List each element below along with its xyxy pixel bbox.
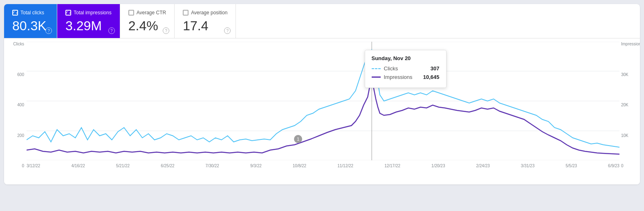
x-label-4: 7/30/22 — [206, 164, 219, 168]
y-label-left-200: 200 — [6, 133, 24, 138]
x-label-12: 5/5/23 — [565, 164, 577, 168]
x-label-1: 4/16/22 — [71, 164, 85, 168]
metric-label-average-ctr: Average CTR — [128, 10, 166, 16]
y-label-right-30k: 30K — [621, 72, 638, 77]
svg-point-6 — [370, 74, 374, 79]
checkbox-total-impressions[interactable]: ✓ — [65, 10, 71, 16]
y-axis-left-title: Clicks — [6, 42, 24, 46]
main-container: ✓ Total clicks 80.3K ? ✓ Total impressio… — [4, 4, 640, 184]
metric-value-average-position: 17.4 — [183, 19, 227, 33]
metric-label-total-impressions: ✓ Total impressions — [65, 10, 112, 16]
metric-label-total-clicks: ✓ Total clicks — [12, 10, 49, 16]
checkbox-average-ctr[interactable] — [128, 10, 134, 16]
annotation-marker[interactable]: 1 — [294, 135, 302, 143]
y-axis-right: Impressions 30K 20K 10K 0 — [619, 38, 640, 168]
chart-area: Clicks 600 400 200 0 Impressions 30K 20K… — [4, 38, 640, 184]
x-label-6: 10/8/22 — [293, 164, 306, 168]
chart-svg: Sunday, Nov 20 Clicks 307 Impressions 10… — [27, 42, 619, 160]
metric-tile-total-clicks[interactable]: ✓ Total clicks 80.3K ? — [4, 4, 57, 38]
metric-value-average-ctr: 2.4% — [128, 19, 166, 33]
metric-value-total-clicks: 80.3K — [12, 19, 49, 33]
metric-tile-average-position[interactable]: Average position 17.4 ? — [175, 4, 236, 38]
metric-tile-total-impressions[interactable]: ✓ Total impressions 3.29M ? — [57, 4, 120, 38]
metric-value-total-impressions: 3.29M — [65, 19, 112, 33]
x-label-11: 3/31/23 — [521, 164, 534, 168]
help-icon-average-position[interactable]: ? — [224, 27, 231, 34]
x-label-8: 12/17/22 — [384, 164, 400, 168]
y-label-left-400: 400 — [6, 103, 24, 107]
x-label-9: 1/20/23 — [431, 164, 445, 168]
metric-label-average-position: Average position — [183, 10, 227, 16]
y-label-left-600: 600 — [6, 72, 24, 77]
y-label-right-20k: 20K — [621, 103, 638, 107]
x-label-0: 3/12/22 — [27, 164, 40, 168]
y-label-right-0: 0 — [621, 164, 638, 168]
x-label-13: 6/9/23 — [608, 164, 619, 168]
help-icon-total-clicks[interactable]: ? — [45, 27, 52, 34]
y-label-left-0: 0 — [6, 164, 24, 168]
help-icon-total-impressions[interactable]: ? — [108, 27, 115, 34]
x-label-5: 9/3/22 — [250, 164, 262, 168]
checkbox-total-clicks[interactable]: ✓ — [12, 10, 18, 16]
x-label-3: 6/25/22 — [161, 164, 174, 168]
x-axis-labels: 3/12/22 4/16/22 5/21/22 6/25/22 7/30/22 … — [27, 162, 619, 168]
y-label-right-10k: 10K — [621, 133, 638, 138]
checkbox-average-position[interactable] — [183, 10, 188, 16]
y-axis-left: Clicks 600 400 200 0 — [4, 38, 27, 168]
y-axis-right-title: Impressions — [621, 42, 638, 46]
x-label-10: 2/24/23 — [476, 164, 489, 168]
metrics-row: ✓ Total clicks 80.3K ? ✓ Total impressio… — [4, 4, 640, 38]
x-label-2: 5/21/22 — [116, 164, 130, 168]
x-label-7: 11/12/22 — [337, 164, 353, 168]
metric-tile-average-ctr[interactable]: Average CTR 2.4% ? — [120, 4, 175, 38]
help-icon-average-ctr[interactable]: ? — [163, 27, 169, 34]
